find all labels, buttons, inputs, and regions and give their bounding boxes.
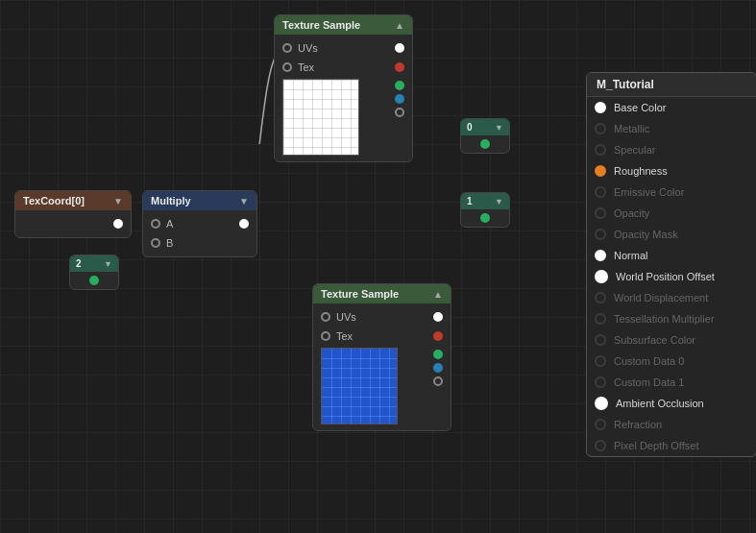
texture-top-out-blue[interactable]	[395, 94, 404, 104]
texture-bottom-title: Texture Sample	[321, 288, 399, 300]
constant-0-output[interactable]	[480, 139, 490, 149]
texture-bottom-arrow: ▲	[433, 289, 443, 300]
constant-2-output[interactable]	[89, 276, 99, 285]
texture-top-out-gray[interactable]	[395, 108, 404, 117]
constant-0-header[interactable]: 0 ▼	[461, 119, 509, 135]
multiply-body: A B	[143, 210, 256, 256]
texture-bottom-header[interactable]: Texture Sample ▲	[313, 284, 451, 303]
metallic-label: Metallic	[614, 123, 649, 134]
world-displacement-label: World Displacement	[614, 292, 708, 303]
constant-2-arrow: ▼	[104, 259, 112, 269]
opacity-label: Opacity	[614, 207, 649, 219]
specular-pin[interactable]	[595, 144, 606, 156]
m-pin-world-displacement: World Displacement	[587, 287, 756, 308]
constant-1-title: 1	[467, 196, 473, 206]
texcoord-output-row	[15, 214, 131, 233]
normal-pin[interactable]	[595, 250, 606, 261]
texcoord-header[interactable]: TexCoord[0] ▼	[15, 191, 131, 210]
custom1-pin[interactable]	[595, 376, 606, 388]
constant-1-output[interactable]	[480, 213, 490, 223]
constant-2-header[interactable]: 2 ▼	[70, 255, 118, 272]
m-tutorial-header[interactable]: M_Tutorial	[587, 73, 756, 97]
constant-2-node: 2 ▼	[69, 254, 119, 290]
texture-bottom-body: UVs Tex	[313, 303, 451, 430]
multiply-header[interactable]: Multiply ▼	[143, 191, 256, 210]
texture-bottom-tex-row: Tex	[313, 327, 451, 346]
base-color-label: Base Color	[614, 102, 666, 113]
multiply-b-input[interactable]	[151, 238, 160, 248]
texture-top-out-green[interactable]	[395, 81, 404, 90]
texture-top-header[interactable]: Texture Sample ▲	[275, 15, 412, 35]
m-pin-tessellation: Tessellation Multiplier	[587, 308, 756, 329]
texcoord-body	[15, 210, 131, 237]
wpo-label: World Position Offset	[616, 271, 715, 282]
multiply-a-input[interactable]	[151, 219, 160, 229]
multiply-title: Multiply	[151, 195, 191, 206]
texture-bottom-out-gray[interactable]	[433, 376, 443, 386]
constant-2-title: 2	[76, 258, 82, 269]
texture-top-out-white[interactable]	[395, 43, 404, 53]
texture-top-arrow: ▲	[395, 20, 404, 31]
base-color-pin[interactable]	[595, 102, 606, 113]
custom0-label: Custom Data 0	[614, 355, 684, 367]
custom0-pin[interactable]	[595, 355, 606, 367]
constant-2-body	[70, 272, 118, 289]
m-pin-ambient: Ambient Occlusion	[587, 393, 756, 414]
texture-sample-top-node: Texture Sample ▲ UVs Tex	[274, 14, 413, 162]
texture-bottom-tex-label: Tex	[336, 330, 353, 342]
texture-top-uvs-label: UVs	[298, 42, 318, 54]
pixel-depth-pin[interactable]	[595, 440, 606, 451]
texture-bottom-out-red[interactable]	[433, 331, 443, 341]
m-pin-opacity: Opacity	[587, 203, 756, 224]
ambient-label: Ambient Occlusion	[616, 398, 704, 409]
normal-label: Normal	[614, 250, 647, 261]
texture-top-tex-row: Tex	[275, 58, 412, 77]
roughness-pin[interactable]	[595, 165, 606, 177]
wpo-pin[interactable]	[595, 270, 608, 283]
texture-top-out-red[interactable]	[395, 62, 404, 72]
multiply-b-row: B	[143, 233, 256, 253]
constant-0-title: 0	[467, 122, 473, 133]
m-pin-opacity-mask: Opacity Mask	[587, 224, 756, 245]
subsurface-pin[interactable]	[595, 334, 606, 346]
m-pin-pixel-depth: Pixel Depth Offset	[587, 435, 756, 456]
multiply-a-row: A	[143, 214, 256, 233]
multiply-output-pin[interactable]	[239, 219, 249, 229]
texture-bottom-tex-pin[interactable]	[321, 331, 330, 341]
emissive-pin[interactable]	[595, 186, 606, 198]
texture-top-uvs-pin[interactable]	[282, 43, 292, 53]
m-pin-custom0: Custom Data 0	[587, 351, 756, 372]
texture-sample-bottom-node: Texture Sample ▲ UVs Tex	[312, 283, 451, 431]
ambient-pin[interactable]	[595, 397, 608, 410]
metallic-pin[interactable]	[595, 123, 606, 134]
refraction-pin[interactable]	[595, 419, 606, 430]
opacity-mask-pin[interactable]	[595, 229, 606, 240]
texture-bottom-out-white[interactable]	[433, 312, 443, 322]
m-pin-wpo: World Position Offset	[587, 266, 756, 287]
pixel-depth-label: Pixel Depth Offset	[614, 440, 698, 451]
texture-bottom-uvs-label: UVs	[336, 311, 356, 323]
m-pin-custom1: Custom Data 1	[587, 372, 756, 393]
opacity-mask-label: Opacity Mask	[614, 229, 678, 240]
texture-bottom-out-blue[interactable]	[433, 363, 443, 373]
subsurface-label: Subsurface Color	[614, 334, 695, 346]
texture-top-tex-pin[interactable]	[282, 62, 292, 72]
specular-label: Specular	[614, 144, 655, 156]
opacity-pin[interactable]	[595, 207, 606, 219]
custom1-label: Custom Data 1	[614, 376, 684, 388]
m-pin-roughness: Roughness	[587, 160, 756, 182]
constant-1-node: 1 ▼	[460, 192, 510, 228]
texcoord-output-pin[interactable]	[113, 219, 123, 229]
m-pin-specular: Specular	[587, 139, 756, 160]
tessellation-pin[interactable]	[595, 313, 606, 325]
texture-top-title: Texture Sample	[282, 19, 360, 31]
m-pin-normal: Normal	[587, 245, 756, 266]
tessellation-label: Tessellation Multiplier	[614, 313, 715, 325]
texture-top-body: UVs Tex	[275, 35, 412, 161]
world-displacement-pin[interactable]	[595, 292, 606, 303]
m-tutorial-body: Base Color Metallic Specular Roughness E…	[587, 97, 756, 456]
emissive-label: Emissive Color	[614, 186, 684, 198]
texture-bottom-uvs-pin[interactable]	[321, 312, 330, 322]
texture-bottom-out-green[interactable]	[433, 350, 443, 359]
constant-1-header[interactable]: 1 ▼	[461, 193, 509, 209]
